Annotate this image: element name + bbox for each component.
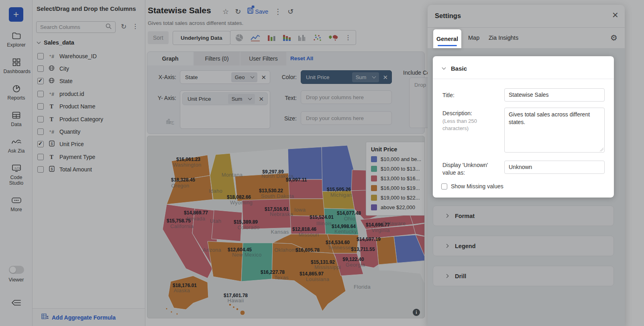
sort-button[interactable]: Sort	[148, 31, 169, 44]
line-chart-icon[interactable]	[250, 34, 261, 42]
checkbox-icon	[441, 183, 447, 189]
column-checkbox[interactable]	[37, 91, 44, 97]
scatter-chart-icon[interactable]	[313, 34, 322, 42]
more-chart-types-icon[interactable]: ⋮	[345, 35, 351, 41]
x-axis-pill[interactable]: State Geo ✕	[180, 70, 270, 84]
save-button[interactable]: ✱ Save	[247, 7, 268, 16]
viewer-toggle[interactable]	[9, 266, 24, 274]
legend-item: $19,000 to $22...	[371, 195, 423, 201]
section-drill[interactable]: Drill	[433, 266, 614, 286]
y-axis-field: Unit Price	[187, 96, 211, 102]
stacked-bar-chart-icon[interactable]	[282, 34, 291, 42]
column-checkbox[interactable]	[37, 141, 44, 147]
y-axis-agg-select[interactable]: Sum	[228, 94, 255, 104]
rail-item-ask-zia[interactable]: Ask Zia	[4, 137, 29, 154]
column-item[interactable]: ⁺#Warehouse_ID	[37, 50, 141, 62]
underlying-data-button[interactable]: Underlying Data	[173, 31, 230, 45]
rail-item-dashboards[interactable]: Dashboards	[4, 58, 29, 74]
column-checkbox[interactable]	[37, 103, 44, 110]
column-item[interactable]: TProduct Category	[37, 113, 141, 125]
table-node[interactable]: Sales_data	[37, 39, 74, 46]
remove-y-axis-icon[interactable]: ✕	[259, 96, 264, 102]
tab-filters[interactable]: Filters (0)	[194, 52, 240, 65]
column-checkbox[interactable]	[37, 65, 44, 72]
description-textarea[interactable]: Gives total sales across different state…	[504, 108, 605, 153]
color-pill[interactable]: Unit Price Sum ✕	[301, 70, 392, 84]
geo-type-icon	[48, 77, 55, 85]
column-item[interactable]: TProduct Name	[37, 100, 141, 113]
geo-type-icon	[48, 65, 55, 73]
rail-item-explorer[interactable]: Explorer	[4, 31, 29, 48]
tab-map[interactable]: Map	[468, 28, 479, 48]
tab-general[interactable]: General	[433, 29, 461, 48]
chart-type-group: ⋮	[230, 30, 356, 45]
color-agg-select[interactable]: Sum	[352, 72, 379, 82]
favorite-star-icon[interactable]: ☆	[222, 8, 229, 15]
undo-icon[interactable]: ↺	[287, 8, 293, 15]
rail-item-reports[interactable]: Reports	[4, 84, 29, 101]
column-checkbox[interactable]	[37, 166, 44, 173]
column-item[interactable]: ⁺#Quantity	[37, 125, 141, 138]
basic-section-toggle[interactable]: Basic	[442, 65, 467, 72]
search-columns-input[interactable]: Search Columns	[36, 21, 116, 33]
column-checkbox[interactable]	[37, 53, 44, 59]
gear-icon[interactable]: ⚙	[610, 33, 618, 43]
tab-zia-insights[interactable]: Zia Insights	[489, 28, 518, 48]
reset-all-link[interactable]: Reset All	[290, 55, 313, 61]
remove-color-icon[interactable]: ✕	[383, 74, 388, 80]
show-missing-values-checkbox[interactable]: Show Missing values	[441, 183, 503, 189]
section-format[interactable]: Format	[433, 206, 614, 226]
column-item[interactable]: City	[37, 62, 141, 75]
rail-item-more[interactable]: More	[4, 196, 29, 212]
column-item[interactable]: ⁺#product.id	[37, 88, 141, 100]
y-axis-dropzone[interactable]: Unit Price Sum ✕	[180, 90, 270, 129]
grouped-bar-chart-icon[interactable]	[298, 34, 306, 42]
rail-items: ExplorerDashboardsReportsDataAsk Zia</>C…	[0, 31, 33, 212]
column-name: City	[59, 65, 69, 72]
folder-icon	[12, 31, 21, 40]
columns-menu-icon[interactable]: ⋮	[132, 23, 139, 30]
column-checkbox[interactable]	[37, 128, 44, 135]
text-label: Text:	[280, 95, 297, 101]
column-name: product.id	[59, 91, 84, 97]
column-checkbox[interactable]	[37, 154, 44, 160]
y-axis-pill[interactable]: Unit Price Sum ✕	[182, 92, 268, 105]
refresh-columns-icon[interactable]: ↻	[121, 22, 126, 31]
bar-chart-icon[interactable]	[267, 34, 276, 42]
table-icon	[12, 111, 20, 120]
x-axis-agg-select[interactable]: Geo	[231, 72, 258, 82]
pie-chart-icon[interactable]	[235, 33, 244, 42]
collapse-sidebar-icon[interactable]	[11, 299, 21, 308]
column-checkbox[interactable]	[37, 78, 44, 84]
column-item[interactable]: State	[37, 75, 141, 88]
text-dropzone[interactable]: Drop your columns here	[301, 90, 392, 104]
size-dropzone[interactable]: Drop your columns here	[301, 111, 392, 125]
tab-graph[interactable]: Graph	[147, 52, 193, 65]
column-name: Warehouse_ID	[59, 53, 97, 59]
map-chart-icon[interactable]	[328, 34, 338, 42]
search-placeholder: Search Columns	[40, 24, 106, 30]
add-aggregate-formula-button[interactable]: Σ Add Aggregate Formula	[33, 308, 145, 326]
column-item[interactable]: TPayment Type	[37, 151, 141, 163]
column-item[interactable]: $Total Amount	[37, 163, 141, 176]
unknown-value-input[interactable]: Unknown	[504, 161, 605, 174]
column-checkbox[interactable]	[37, 116, 44, 122]
rail-item-code-studio[interactable]: </>Code Studio	[4, 164, 29, 186]
column-name: Product Name	[59, 103, 95, 110]
close-icon[interactable]: ×	[612, 10, 618, 20]
info-icon[interactable]: i	[413, 309, 420, 316]
section-legend[interactable]: Legend	[433, 236, 614, 256]
tab-user-filters[interactable]: User Filters	[240, 52, 286, 65]
remove-x-axis-icon[interactable]: ✕	[261, 74, 266, 80]
x-axis-field: State	[185, 74, 198, 80]
report-menu-icon[interactable]: ⋮	[274, 8, 281, 15]
title-input[interactable]: Statewise Sales	[504, 88, 605, 102]
svg-text:$: $	[51, 142, 53, 146]
rail-item-data[interactable]: Data	[4, 111, 29, 127]
column-item[interactable]: $Unit Price	[37, 138, 141, 151]
unsaved-asterisk: ✱	[251, 4, 255, 10]
code-icon: </>	[12, 164, 21, 173]
refresh-report-icon[interactable]: ↻	[235, 8, 241, 15]
settings-tabs: General Map Zia Insights ⚙	[428, 28, 625, 48]
create-new-button[interactable]: +	[9, 7, 23, 22]
